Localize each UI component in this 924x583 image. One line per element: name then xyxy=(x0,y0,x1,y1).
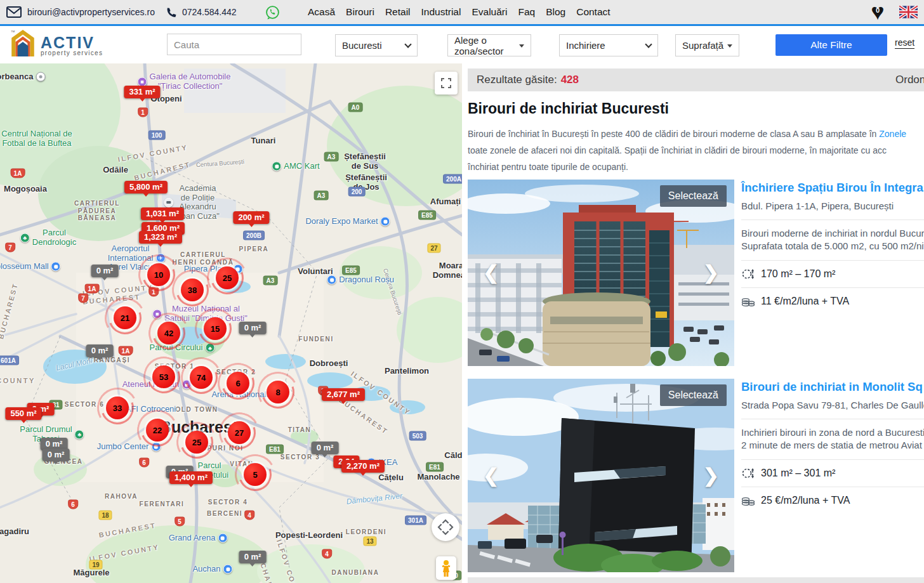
topbar-email[interactable]: birouri@activpropertyservices.ro xyxy=(27,7,155,17)
intro-link[interactable]: Zonele xyxy=(879,129,906,139)
map-cluster-marker[interactable]: 74 xyxy=(190,366,213,389)
map-area-marker[interactable]: 2,270 m² xyxy=(341,460,385,473)
road-badge: A3 xyxy=(324,152,339,162)
transaction-select[interactable]: Inchiriere xyxy=(559,34,658,56)
intro-text: Birouri de închiriat în București în pes… xyxy=(468,126,906,175)
map-cluster-marker[interactable]: 25 xyxy=(216,266,239,289)
logo[interactable]: TM ACTIV property services xyxy=(10,29,103,58)
map-label: DANUBIANA xyxy=(332,569,380,577)
chevron-down-icon xyxy=(645,41,652,48)
map-area-marker[interactable]: 200 m² xyxy=(233,211,269,224)
zone-select[interactable]: Alege o zona/sector xyxy=(447,34,531,56)
header: TM ACTIV property services Bucuresti Ale… xyxy=(0,26,924,63)
map-cluster-marker[interactable]: 21 xyxy=(114,306,136,329)
kart-icon xyxy=(272,162,281,171)
sort-dropdown[interactable]: Ordonează xyxy=(895,74,924,86)
listing-price: 25 €/m2/luna + TVA xyxy=(761,495,850,506)
nav-contact[interactable]: Contact xyxy=(576,6,610,18)
map-poi[interactable]: Auchan xyxy=(192,565,232,574)
topbar-right: ♥ 0 xyxy=(866,0,918,24)
map-poi-label: Galeria de Automobile "Țiriac Collection… xyxy=(150,72,231,91)
map-cluster-marker[interactable]: 42 xyxy=(157,322,180,344)
listing-price: 11 €/m2/luna + TVA xyxy=(761,296,849,307)
reset-filters-link[interactable]: reset xyxy=(895,37,914,49)
whatsapp-icon[interactable] xyxy=(265,5,280,20)
map-area-marker[interactable]: 5,800 m² xyxy=(124,181,168,193)
map-cluster-marker[interactable]: 27 xyxy=(228,421,251,444)
carousel-next-icon[interactable]: ❯ xyxy=(703,263,719,282)
map-area-marker[interactable]: 1,323 m² xyxy=(139,231,182,244)
map-poi-label: AMC Kart xyxy=(284,162,319,171)
search-input[interactable] xyxy=(167,34,301,55)
road-badge: 1A xyxy=(85,284,100,294)
nav-blog[interactable]: Blog xyxy=(546,6,565,18)
nav-industrial[interactable]: Industrial xyxy=(421,6,461,18)
carousel-prev-icon[interactable]: ❮ xyxy=(483,263,499,282)
map-area-marker[interactable]: 0 m² xyxy=(239,551,267,563)
price-icon xyxy=(741,295,755,308)
map[interactable]: OtopeniTunariOdăileMogoșoaiaȘtefăneștii … xyxy=(0,63,462,583)
map-poi[interactable]: Centrul Național de Fotbal de la Buftea xyxy=(1,129,72,148)
road-badge: 200A xyxy=(443,174,462,184)
map-area-marker[interactable]: 1,400 m² xyxy=(169,471,213,484)
road-badge: 1A xyxy=(11,169,25,178)
more-filters-button[interactable]: Alte Filtre xyxy=(776,34,887,56)
road-badge: 6 xyxy=(139,458,149,468)
topbar-phone[interactable]: 0724.584.442 xyxy=(182,7,237,17)
map-area-marker[interactable]: 0 m² xyxy=(312,442,339,454)
map-area-marker[interactable]: 550 m² xyxy=(5,407,41,420)
map-cluster-marker[interactable]: 38 xyxy=(181,278,204,301)
listing-info: Birouri de inchiriat in Monolit Sq Strad… xyxy=(741,379,924,572)
map-area-marker[interactable]: 0 m² xyxy=(86,344,114,357)
results-panel: Rezultate găsite: 428 Ordonează Birouri … xyxy=(462,63,924,583)
map-cluster-marker[interactable]: 15 xyxy=(204,317,227,340)
map-poi[interactable]: Colosseum Mall xyxy=(0,262,61,272)
listing-title[interactable]: Birouri de inchiriat in Monolit Sq xyxy=(741,379,924,394)
map-cluster-marker[interactable]: 8 xyxy=(267,381,289,403)
listing-card: Selectează ❮ ❯ Închiriere Spațiu Birou Î… xyxy=(468,180,924,366)
map-fullscreen-button[interactable] xyxy=(435,72,458,95)
map-cluster-marker[interactable]: 22 xyxy=(146,419,169,442)
map-area-marker[interactable]: 1,031 m² xyxy=(141,207,184,220)
nav-birouri[interactable]: Birouri xyxy=(346,6,374,18)
nav-acasa[interactable]: Acasă xyxy=(308,6,335,18)
nav-faq[interactable]: Faq xyxy=(518,6,535,18)
map-cluster-marker[interactable]: 25 xyxy=(185,431,208,454)
nav-evaluari[interactable]: Evaluări xyxy=(472,6,507,18)
map-cluster-marker[interactable]: 5 xyxy=(244,463,267,486)
map-area-marker[interactable]: 0 m² xyxy=(239,322,267,334)
pegman-control[interactable] xyxy=(436,556,456,580)
uk-flag-icon[interactable] xyxy=(899,6,918,18)
map-poi[interactable]: AMC Kart xyxy=(272,162,319,171)
map-poi[interactable]: Grand Arena xyxy=(169,534,228,543)
area-icon xyxy=(741,467,755,480)
listing-photo[interactable]: Selectează ❮ ❯ xyxy=(468,379,734,572)
map-poi[interactable]: Dragonul Roșu xyxy=(327,275,394,285)
price-icon xyxy=(741,494,755,507)
map-poi-label: Doraly Expo Market xyxy=(305,217,378,226)
select-button[interactable]: Selectează xyxy=(660,185,727,207)
surface-select[interactable]: Suprafață xyxy=(675,34,739,56)
map-area-marker[interactable]: 0 m² xyxy=(91,265,119,277)
listing-title[interactable]: Închiriere Spațiu Birou În Integra xyxy=(741,180,924,195)
city-select[interactable]: Bucuresti xyxy=(335,34,418,56)
map-area-marker[interactable]: 2,677 m² xyxy=(322,388,365,401)
favorites-heart-icon[interactable]: ♥ 0 xyxy=(866,1,889,23)
road-badge: 6 xyxy=(68,500,78,509)
map-poi[interactable]: orbeanca xyxy=(0,72,45,82)
select-button[interactable]: Selectează xyxy=(660,384,727,406)
map-cluster-marker[interactable]: 6 xyxy=(227,372,249,395)
carousel-next-icon[interactable]: ❯ xyxy=(703,466,719,485)
map-cluster-marker[interactable]: 10 xyxy=(147,263,170,286)
carousel-prev-icon[interactable]: ❮ xyxy=(483,466,499,485)
map-poi[interactable]: Doraly Expo Market xyxy=(305,217,390,226)
map-area-marker[interactable]: 0 m² xyxy=(43,449,70,461)
road-badge: 18 xyxy=(98,511,112,520)
map-area-marker[interactable]: 331 m² xyxy=(124,86,160,98)
map-pan-control[interactable] xyxy=(432,513,459,541)
listing-photo[interactable]: Selectează ❮ ❯ xyxy=(468,180,734,366)
nav-retail[interactable]: Retail xyxy=(385,6,411,18)
map-poi[interactable]: ♣Parcul Dendrologic xyxy=(20,228,76,247)
map-cluster-marker[interactable]: 33 xyxy=(106,396,129,419)
map-cluster-marker[interactable]: 53 xyxy=(152,365,175,388)
